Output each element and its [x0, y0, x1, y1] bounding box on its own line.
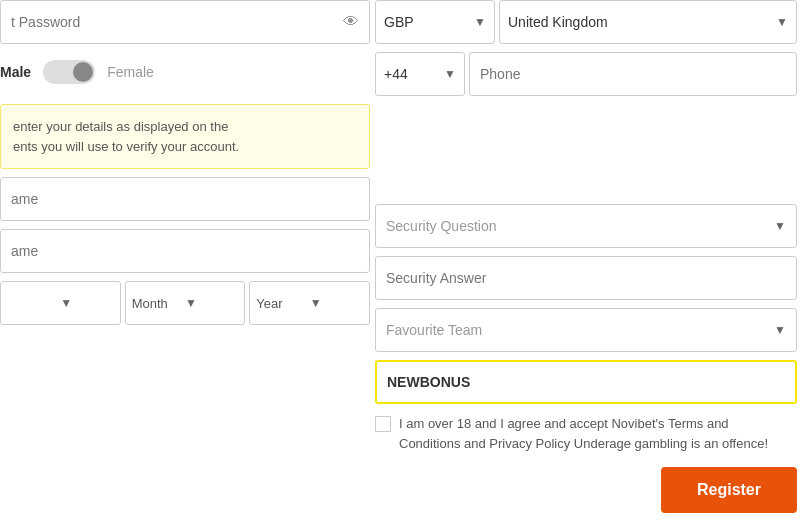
phone-prefix-value: +44 — [384, 66, 408, 82]
eye-icon[interactable]: 👁 — [343, 13, 359, 31]
spacer — [375, 104, 797, 204]
page-wrapper: 👁 Male Female enter your details as disp… — [0, 0, 800, 530]
phone-prefix-arrow: ▼ — [444, 67, 456, 81]
currency-value: GBP — [384, 14, 414, 30]
month-arrow: ▼ — [185, 296, 238, 310]
year-select[interactable]: Year ▼ — [249, 281, 370, 325]
info-box: enter your details as displayed on the e… — [0, 104, 370, 169]
info-line1: enter your details as displayed on the — [13, 117, 357, 137]
gender-toggle[interactable] — [43, 60, 95, 84]
currency-select[interactable]: GBP ▼ — [375, 0, 495, 44]
left-column: 👁 Male Female enter your details as disp… — [0, 0, 370, 325]
month-select[interactable]: Month ▼ — [125, 281, 246, 325]
month-label: Month — [132, 296, 185, 311]
year-arrow: ▼ — [310, 296, 363, 310]
male-label: Male — [0, 64, 31, 80]
currency-arrow: ▼ — [474, 15, 486, 29]
country-value: United Kingdom — [508, 14, 608, 30]
info-line2: ents you will use to verify your account… — [13, 137, 357, 157]
register-button[interactable]: Register — [661, 467, 797, 513]
year-label: Year — [256, 296, 309, 311]
right-column: GBP ▼ United Kingdom ▼ +44 ▼ Security Qu… — [375, 0, 797, 513]
terms-row: I am over 18 and I agree and accept Novi… — [375, 414, 797, 453]
day-arrow: ▼ — [60, 296, 113, 310]
security-question-label: Security Question — [386, 218, 497, 234]
country-arrow: ▼ — [776, 15, 788, 29]
phone-number-field — [469, 52, 797, 96]
promo-code-input[interactable] — [387, 374, 785, 390]
phone-input[interactable] — [480, 66, 786, 82]
toggle-knob — [73, 62, 93, 82]
password-input-row: 👁 — [0, 0, 370, 44]
security-answer-row — [375, 256, 797, 300]
favourite-team-arrow: ▼ — [774, 323, 786, 337]
last-name-input[interactable] — [11, 243, 359, 259]
first-name-input[interactable] — [11, 191, 359, 207]
favourite-team-select[interactable]: Favourite Team ▼ — [375, 308, 797, 352]
security-answer-input[interactable] — [386, 270, 786, 286]
terms-checkbox[interactable] — [375, 416, 391, 432]
last-name-row — [0, 229, 370, 273]
first-name-row — [0, 177, 370, 221]
dob-row: ▼ Month ▼ Year ▼ — [0, 281, 370, 325]
phone-prefix-select[interactable]: +44 ▼ — [375, 52, 465, 96]
security-question-arrow: ▼ — [774, 219, 786, 233]
password-input[interactable] — [11, 14, 343, 30]
phone-row: +44 ▼ — [375, 52, 797, 96]
gender-row: Male Female — [0, 52, 370, 92]
security-question-select[interactable]: Security Question ▼ — [375, 204, 797, 248]
promo-code-row — [375, 360, 797, 404]
day-select[interactable]: ▼ — [0, 281, 121, 325]
terms-text: I am over 18 and I agree and accept Novi… — [399, 414, 793, 453]
register-button-container: Register — [375, 467, 797, 513]
female-label: Female — [107, 64, 154, 80]
country-select[interactable]: United Kingdom ▼ — [499, 0, 797, 44]
favourite-team-label: Favourite Team — [386, 322, 482, 338]
currency-country-row: GBP ▼ United Kingdom ▼ — [375, 0, 797, 44]
